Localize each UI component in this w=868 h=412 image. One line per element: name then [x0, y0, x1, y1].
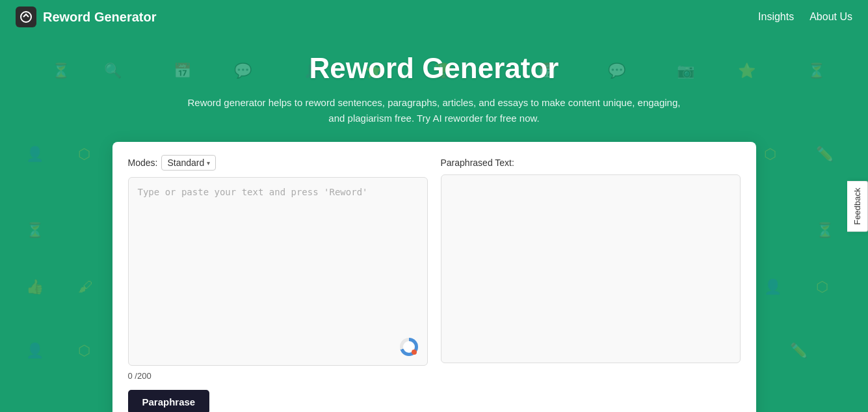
feedback-tab[interactable]: Feedback	[847, 180, 868, 232]
char-count-value: 0	[128, 371, 133, 381]
left-panel: Modes: Standard ▾	[128, 155, 428, 381]
text-input-area	[128, 177, 428, 366]
modes-bar: Modes: Standard ▾	[128, 155, 428, 171]
dropdown-arrow-icon: ▾	[207, 159, 210, 167]
ai-badge	[400, 338, 418, 356]
modes-dropdown[interactable]: Standard ▾	[161, 155, 216, 171]
text-input[interactable]	[129, 178, 427, 365]
nav-insights[interactable]: Insights	[758, 11, 794, 23]
svg-point-0	[21, 12, 31, 22]
logo-icon	[16, 7, 36, 27]
ai-dot-icon	[412, 350, 417, 355]
char-count: 0 /200	[128, 371, 151, 381]
char-max-value: /200	[135, 371, 151, 381]
header: Reword Generator Insights About Us	[0, 0, 868, 34]
paraphrased-area	[441, 174, 741, 363]
main-content: Reword Generator Reword generator helps …	[0, 34, 868, 412]
feedback-wrapper: Feedback	[847, 180, 868, 232]
main-nav: Insights About Us	[758, 11, 852, 23]
right-panel: Paraphrased Text:	[441, 155, 741, 381]
card-top: Modes: Standard ▾	[128, 155, 741, 381]
paraphrased-label: Paraphrased Text:	[441, 158, 741, 168]
paraphrase-button[interactable]: Paraphrase	[128, 390, 210, 412]
main-card: Modes: Standard ▾	[112, 142, 756, 412]
page-title: Reword Generator	[309, 52, 559, 85]
logo: Reword Generator	[16, 7, 156, 27]
card-bottom: Paraphrase	[128, 390, 741, 412]
page-subtitle: Reword generator helps to reword sentenc…	[181, 95, 688, 126]
mode-selected-text: Standard	[167, 158, 204, 168]
background-area: ⏳🔍📅💬🎵⭐🏆📅💬📷⭐⏳👤⬡✏️🎬⬡✏️👍🖌👤⬡👤⬡✏️🎬⬡✏️⏳⏳ Rewor…	[0, 34, 868, 412]
char-count-row: 0 /200	[128, 371, 428, 381]
modes-label: Modes:	[128, 158, 158, 168]
nav-about-us[interactable]: About Us	[809, 11, 852, 23]
logo-text: Reword Generator	[43, 10, 156, 25]
